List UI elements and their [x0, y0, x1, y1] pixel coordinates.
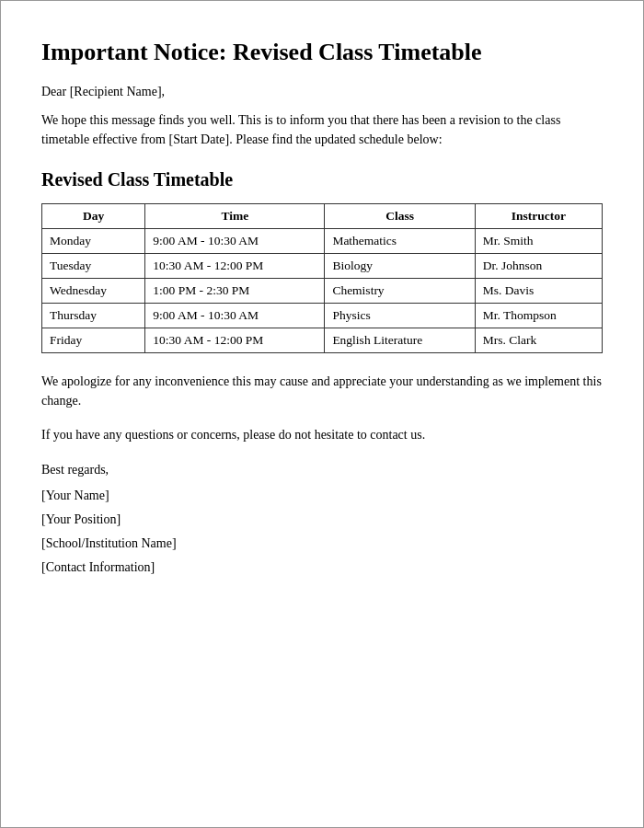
timetable-wrapper: Day Time Class Instructor Monday9:00 AM … [41, 203, 603, 353]
cell-2-2: Chemistry [325, 278, 475, 303]
cell-3-0: Thursday [42, 303, 145, 328]
cell-3-1: 9:00 AM - 10:30 AM [145, 303, 325, 328]
section-title: Revised Class Timetable [41, 169, 603, 190]
table-row: Friday10:30 AM - 12:00 PMEnglish Literat… [42, 328, 603, 352]
cell-4-1: 10:30 AM - 12:00 PM [145, 328, 325, 352]
your-name: [Your Name] [41, 489, 603, 503]
header-instructor: Instructor [475, 203, 602, 228]
regards: Best regards, [41, 463, 603, 477]
header-day: Day [42, 203, 145, 228]
apology-paragraph: We apologize for any inconvenience this … [41, 372, 603, 410]
cell-1-2: Biology [325, 253, 475, 278]
cell-2-1: 1:00 PM - 2:30 PM [145, 278, 325, 303]
table-row: Wednesday1:00 PM - 2:30 PMChemistryMs. D… [42, 278, 603, 303]
cell-2-3: Ms. Davis [475, 278, 602, 303]
table-row: Thursday9:00 AM - 10:30 AMPhysicsMr. Tho… [42, 303, 603, 328]
cell-0-3: Mr. Smith [475, 228, 602, 253]
main-title: Important Notice: Revised Class Timetabl… [41, 38, 603, 68]
timetable: Day Time Class Instructor Monday9:00 AM … [41, 203, 603, 353]
cell-1-0: Tuesday [42, 253, 145, 278]
header-time: Time [145, 203, 325, 228]
cell-2-0: Wednesday [42, 278, 145, 303]
cell-4-0: Friday [42, 328, 145, 352]
questions-paragraph: If you have any questions or concerns, p… [41, 425, 603, 444]
cell-1-1: 10:30 AM - 12:00 PM [145, 253, 325, 278]
cell-0-2: Mathematics [325, 228, 475, 253]
cell-4-2: English Literature [325, 328, 475, 352]
cell-0-0: Monday [42, 228, 145, 253]
header-class: Class [325, 203, 475, 228]
cell-3-2: Physics [325, 303, 475, 328]
cell-3-3: Mr. Thompson [475, 303, 602, 328]
cell-4-3: Mrs. Clark [475, 328, 602, 352]
table-row: Monday9:00 AM - 10:30 AMMathematicsMr. S… [42, 228, 603, 253]
table-header-row: Day Time Class Instructor [42, 203, 603, 228]
intro-paragraph: We hope this message finds you well. Thi… [41, 110, 603, 149]
your-position: [Your Position] [41, 512, 603, 527]
cell-0-1: 9:00 AM - 10:30 AM [145, 228, 325, 253]
page: Important Notice: Revised Class Timetabl… [0, 0, 644, 828]
institution-name: [School/Institution Name] [41, 536, 603, 551]
greeting: Dear [Recipient Name], [41, 85, 603, 99]
cell-1-3: Dr. Johnson [475, 253, 602, 278]
table-row: Tuesday10:30 AM - 12:00 PMBiologyDr. Joh… [42, 253, 603, 278]
contact-info: [Contact Information] [41, 560, 603, 575]
